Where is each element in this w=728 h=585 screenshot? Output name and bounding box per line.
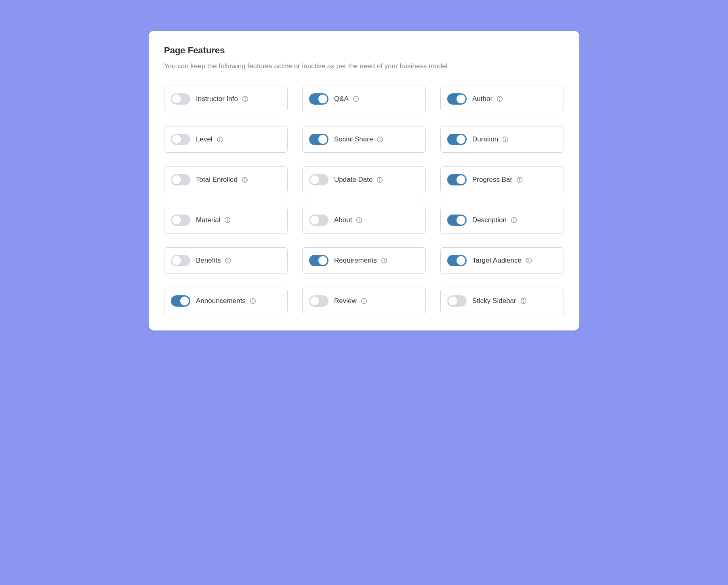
svg-point-28 [227,219,228,219]
feature-card-progress-bar: Progress Bar [440,166,564,193]
toggle-level[interactable] [171,134,190,145]
feature-label-about: About [334,216,352,224]
toggle-target-audience[interactable] [447,255,467,266]
svg-rect-44 [528,260,529,262]
svg-rect-53 [523,301,524,303]
svg-rect-8 [499,99,500,101]
toggle-knob [457,95,465,103]
info-icon[interactable] [520,298,527,304]
feature-card-q-and-a: Q&A [302,86,426,112]
page-features-panel: Page Features You can keep the following… [149,31,579,330]
info-icon[interactable] [511,217,517,223]
feature-label-progress-bar: Progress Bar [472,176,512,184]
info-icon[interactable] [242,177,248,183]
info-icon[interactable] [353,96,359,102]
feature-label-requirements: Requirements [334,257,377,265]
feature-label-material: Material [196,216,220,224]
svg-point-52 [523,299,524,300]
feature-card-about: About [302,207,426,234]
toggle-total-enrolled[interactable] [171,174,190,185]
info-icon[interactable] [377,136,383,143]
feature-label-author: Author [472,95,492,103]
toggle-knob [310,175,319,184]
toggle-benefits[interactable] [171,255,190,266]
feature-card-material: Material [164,207,288,234]
toggle-sticky-sidebar[interactable] [447,295,467,307]
feature-card-description: Description [440,207,564,234]
toggle-social-share[interactable] [309,134,328,145]
svg-rect-41 [384,260,384,262]
page-description: You can keep the following features acti… [164,62,564,70]
toggle-instructor-info[interactable] [171,93,190,105]
toggle-knob [172,216,181,225]
feature-label-level: Level [196,135,213,143]
toggle-update-date[interactable] [309,174,328,185]
svg-rect-14 [380,139,381,141]
toggle-knob [318,256,327,265]
svg-point-19 [244,178,245,179]
svg-point-40 [384,259,385,260]
svg-rect-35 [513,220,514,222]
svg-rect-32 [359,220,360,222]
toggle-knob [310,297,319,305]
toggle-duration[interactable] [447,134,467,145]
toggle-about[interactable] [309,215,328,226]
feature-label-q-and-a: Q&A [334,95,349,103]
info-icon[interactable] [502,136,509,143]
toggle-progress-bar[interactable] [447,174,467,185]
feature-label-target-audience: Target Audience [472,257,522,265]
info-icon[interactable] [497,96,503,102]
toggle-knob [318,95,327,103]
toggle-knob [457,175,465,184]
toggle-review[interactable] [309,295,328,307]
feature-card-announcements: Announcements [164,288,288,314]
feature-card-total-enrolled: Total Enrolled [164,166,288,193]
toggle-requirements[interactable] [309,255,328,266]
toggle-knob [310,216,319,225]
info-icon[interactable] [516,177,523,183]
toggle-knob [172,256,181,265]
svg-point-31 [359,219,360,219]
svg-rect-47 [252,301,253,303]
toggle-announcements[interactable] [171,295,190,307]
feature-label-social-share: Social Share [334,135,373,143]
toggle-author[interactable] [447,93,467,105]
feature-card-instructor-info: Instructor Info [164,86,288,112]
info-icon[interactable] [377,177,383,183]
toggle-knob [457,216,465,225]
info-icon[interactable] [356,217,362,223]
svg-rect-5 [356,99,356,101]
feature-label-description: Description [472,216,507,224]
info-icon[interactable] [224,217,231,223]
info-icon[interactable] [361,298,367,304]
toggle-description[interactable] [447,215,467,226]
feature-label-duration: Duration [472,135,498,143]
svg-rect-29 [227,220,228,222]
svg-point-16 [505,138,506,139]
svg-rect-23 [380,179,380,181]
feature-label-sticky-sidebar: Sticky Sidebar [472,297,516,305]
info-icon[interactable] [242,96,248,102]
svg-point-10 [219,138,220,139]
svg-point-25 [519,178,520,179]
toggle-material[interactable] [171,215,190,226]
toggle-knob [457,256,465,265]
svg-rect-38 [228,260,228,262]
svg-rect-26 [520,179,520,181]
feature-label-announcements: Announcements [196,297,246,305]
svg-rect-17 [505,139,506,141]
feature-card-requirements: Requirements [302,247,426,274]
toggle-knob [172,95,181,103]
feature-card-sticky-sidebar: Sticky Sidebar [440,288,564,314]
svg-point-13 [380,138,381,139]
feature-label-total-enrolled: Total Enrolled [196,176,238,184]
info-icon[interactable] [526,257,532,264]
info-icon[interactable] [225,257,231,264]
info-icon[interactable] [217,136,223,143]
feature-card-social-share: Social Share [302,126,426,153]
toggle-q-and-a[interactable] [309,93,328,105]
info-icon[interactable] [250,298,256,304]
feature-label-benefits: Benefits [196,257,221,265]
feature-card-update-date: Update Date [302,166,426,193]
info-icon[interactable] [381,257,387,264]
